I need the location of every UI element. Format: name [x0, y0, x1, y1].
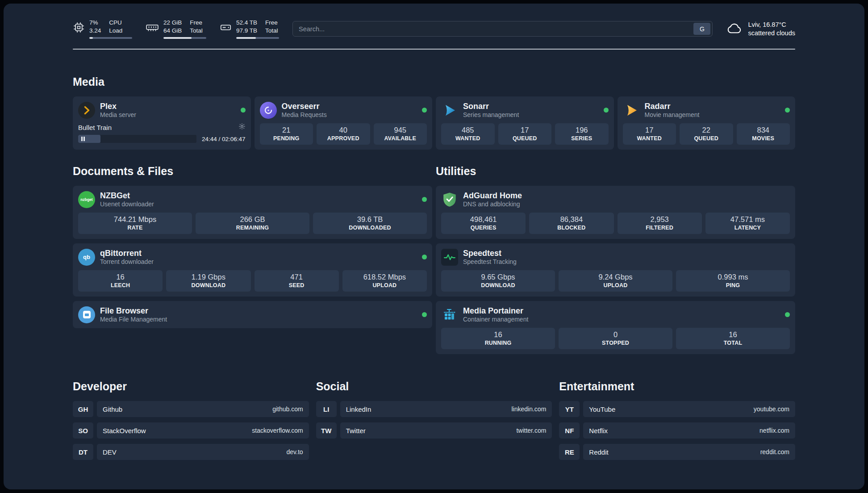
bookmark-abbr: RE [559, 444, 580, 460]
entertainment-section: Entertainment YT YouTube youtube.com NF … [559, 380, 795, 465]
sonarr-status-dot [604, 108, 609, 113]
search-engine-button[interactable]: G [693, 23, 710, 35]
topbar: 7% 3.24 CPU Load [73, 19, 795, 39]
adguard-name: AdGuard Home [463, 191, 790, 201]
pause-icon[interactable] [81, 137, 85, 141]
adguard-card[interactable]: AdGuard Home DNS and adblocking 498,461 … [436, 186, 795, 239]
stat-tile: 498,461 QUERIES [441, 213, 526, 234]
stat-tile: 0.993 ms PING [676, 270, 790, 292]
overseerr-status-dot [422, 108, 427, 113]
stat-tile: 39.6 TB DOWNLOADED [313, 213, 427, 234]
plex-card[interactable]: Plex Media server Bullet Train [73, 96, 251, 150]
radarr-subtitle: Movie management [645, 111, 780, 119]
qbittorrent-subtitle: Torrent downloader [100, 258, 417, 266]
stat-tile: 945 AVAILABLE [374, 123, 427, 145]
bookmark-github[interactable]: GH Github github.com [73, 401, 309, 417]
bookmark-abbr: TW [316, 422, 337, 439]
disk-free-label: Free [265, 19, 278, 27]
bookmark-name: Github [103, 405, 122, 413]
speedtest-icon [441, 249, 458, 266]
gear-icon[interactable] [238, 123, 246, 132]
sonarr-icon [441, 102, 458, 119]
media-heading: Media [73, 75, 795, 88]
stat-tile: 834 MOVIES [737, 123, 790, 145]
bookmark-name: DEV [103, 448, 117, 456]
plex-icon [78, 102, 95, 119]
portainer-card[interactable]: Media Portainer Container management 16 … [436, 301, 795, 354]
portainer-subtitle: Container management [463, 316, 780, 323]
search-input[interactable] [293, 25, 693, 33]
ram-total-value: 64 GiB [163, 27, 182, 35]
bookmark-youtube[interactable]: YT YouTube youtube.com [559, 401, 795, 417]
adguard-subtitle: DNS and adblocking [463, 201, 790, 208]
plex-name: Plex [100, 101, 236, 111]
sonarr-card[interactable]: Sonarr Series management 485 WANTED 17 Q… [436, 96, 614, 150]
qbittorrent-card[interactable]: qb qBittorrent Torrent downloader 16 [73, 243, 432, 297]
speedtest-card[interactable]: Speedtest Speedtest Tracking 9.65 Gbps D… [436, 243, 795, 297]
bookmark-url: dev.to [287, 448, 303, 455]
overseerr-name: Overseerr [282, 101, 417, 111]
filebrowser-card[interactable]: File Browser Media File Management [73, 301, 432, 328]
bookmark-netflix[interactable]: NF Netflix netflix.com [559, 422, 795, 439]
ram-free-label: Free [190, 19, 203, 27]
overseerr-subtitle: Media Requests [282, 111, 417, 119]
utilities-section: Utilities [436, 165, 795, 354]
overseerr-card[interactable]: Overseerr Media Requests 21 PENDING 40 A… [255, 96, 433, 150]
stat-tile: 471 SEED [255, 270, 339, 292]
filebrowser-name: File Browser [100, 306, 417, 316]
radarr-card[interactable]: Radarr Movie management 17 WANTED 22 QUE… [618, 96, 796, 150]
ram-progress-bar [163, 37, 206, 39]
stat-tile: 16 LEECH [78, 270, 163, 292]
entertainment-heading: Entertainment [559, 380, 795, 393]
disk-free-value: 52.4 TB [236, 19, 257, 27]
plex-status-dot [241, 108, 246, 113]
bookmark-abbr: YT [559, 401, 580, 417]
nzbget-card[interactable]: nzbget NZBGet Usenet downloader 744.21 M… [73, 186, 432, 239]
social-heading: Social [316, 380, 552, 393]
filebrowser-subtitle: Media File Management [100, 316, 417, 323]
qbittorrent-name: qBittorrent [100, 248, 417, 258]
stat-tile: 485 WANTED [441, 123, 495, 145]
stat-tile: 0 STOPPED [559, 328, 672, 349]
bookmark-url: linkedin.com [512, 405, 547, 413]
bookmark-reddit[interactable]: RE Reddit reddit.com [559, 444, 795, 460]
ram-free-value: 22 GiB [163, 19, 182, 27]
media-section: Media Plex Media server [73, 75, 795, 150]
speedtest-subtitle: Speedtest Tracking [463, 258, 790, 266]
bookmark-stackoverflow[interactable]: SO StackOverflow stackoverflow.com [73, 422, 309, 439]
portainer-crane-icon [441, 306, 458, 323]
cpu-label: CPU [109, 19, 122, 27]
dashboard-page: 7% 3.24 CPU Load [4, 4, 864, 489]
stat-tile: 17 WANTED [623, 123, 676, 145]
playback-progress-bar[interactable] [78, 135, 196, 143]
now-playing-title: Bullet Train [78, 124, 235, 131]
qbittorrent-status-dot [422, 255, 427, 259]
stat-tile: 16 TOTAL [676, 328, 790, 349]
qbittorrent-icon: qb [78, 249, 95, 266]
bookmark-url: youtube.com [754, 405, 789, 413]
disk-progress-bar [236, 37, 279, 39]
disk-metric: 52.4 TB 97.9 TB Free Total [220, 19, 279, 39]
radarr-name: Radarr [645, 101, 780, 111]
cpu-chip-icon [73, 21, 85, 33]
stat-tile: 17 QUEUED [498, 123, 552, 145]
weather-location: Lviv, 16.87°C [748, 21, 795, 29]
bookmark-name: StackOverflow [103, 427, 146, 435]
bookmark-url: stackoverflow.com [252, 427, 303, 434]
stat-tile: 22 QUEUED [680, 123, 733, 145]
bookmark-linkedin[interactable]: LI LinkedIn linkedin.com [316, 401, 552, 417]
ram-stick-icon [146, 21, 159, 33]
bookmark-dev[interactable]: DT DEV dev.to [73, 444, 309, 460]
stat-tile: 266 GB REMAINING [196, 213, 309, 234]
system-metrics: 7% 3.24 CPU Load [73, 19, 279, 39]
bookmark-name: YouTube [589, 405, 615, 413]
bookmark-url: reddit.com [760, 448, 789, 455]
stat-tile: 86,384 BLOCKED [529, 213, 613, 234]
bookmark-twitter[interactable]: TW Twitter twitter.com [316, 422, 552, 439]
bookmark-abbr: SO [73, 422, 93, 439]
bookmark-url: github.com [272, 405, 303, 413]
cpu-metric: 7% 3.24 CPU Load [73, 19, 132, 39]
ram-total-label: Total [190, 27, 203, 35]
developer-heading: Developer [73, 380, 309, 393]
disk-total-value: 97.9 TB [236, 27, 257, 35]
